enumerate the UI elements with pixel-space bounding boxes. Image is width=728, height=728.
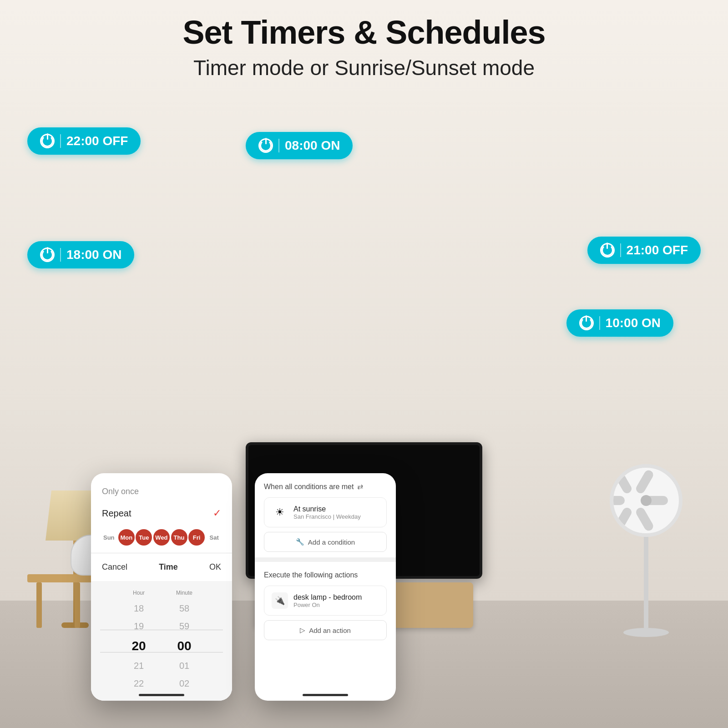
add-condition-label: Add a condition <box>308 538 355 546</box>
days-row: SunMonTueWedThuFriSat <box>91 525 232 553</box>
table-leg <box>75 582 80 628</box>
check-icon: ✓ <box>213 507 221 519</box>
divider <box>620 243 621 257</box>
badge-label: 08:00 ON <box>285 138 340 153</box>
time-picker-title: Time <box>159 562 178 572</box>
day-thu[interactable]: Thu <box>171 529 187 546</box>
condition-text: At sunrise San Francisco | Weekday <box>293 505 379 520</box>
fan-head <box>610 464 682 537</box>
hour-item: 21 <box>116 657 162 675</box>
timer-phone: Only once Repeat ✓ SunMonTueWedThuFriSat… <box>91 473 232 701</box>
action-sub: Power On <box>293 602 379 608</box>
power-icon <box>40 134 55 148</box>
fan-blade <box>634 469 655 495</box>
fan-blade <box>612 506 633 532</box>
day-sat[interactable]: Sat <box>206 529 222 546</box>
minute-item: 01 <box>162 657 207 675</box>
day-sun[interactable]: Sun <box>101 529 117 546</box>
badge-label: 10:00 ON <box>606 316 661 330</box>
day-fri[interactable]: Fri <box>188 529 205 546</box>
time-picker-scroll: Hour 18 19 20 21 22 Minute 58 59 00 01 0… <box>91 581 232 701</box>
action-text: desk lamp - bedroom Power On <box>293 593 379 608</box>
divider <box>60 248 61 262</box>
table-leg <box>36 582 42 628</box>
hour-label: Hour <box>133 590 145 596</box>
hour-item: 22 <box>116 675 162 693</box>
fan-blade <box>612 469 633 495</box>
minute-item: 59 <box>162 617 207 635</box>
divider <box>60 134 61 148</box>
hour-item-active: 20 <box>116 635 162 657</box>
badge-label: 22:00 OFF <box>66 134 128 148</box>
divider <box>599 316 600 330</box>
condition-card: ☀ At sunrise San Francisco | Weekday <box>264 497 387 527</box>
badge-label: 21:00 OFF <box>627 243 688 258</box>
badge-21-off: 21:00 OFF <box>587 237 701 264</box>
fan-base <box>623 628 669 637</box>
home-bar <box>139 694 184 696</box>
badge-22-off: 22:00 OFF <box>27 127 141 155</box>
badge-08-on: 08:00 ON <box>246 132 353 159</box>
automation-phone: When all conditions are met ⇄ ☀ At sunri… <box>255 473 396 701</box>
power-icon <box>600 243 615 258</box>
divider <box>278 139 279 152</box>
add-action-icon: ▷ <box>300 626 305 634</box>
home-bar <box>303 694 348 696</box>
condition-sub: San Francisco | Weekday <box>293 513 379 520</box>
time-picker-header: Cancel Time OK <box>91 553 232 581</box>
only-once-label: Only once <box>91 473 232 502</box>
device-icon: 🔌 <box>272 592 288 609</box>
conditions-header: When all conditions are met ⇄ <box>264 482 387 491</box>
badge-label: 18:00 ON <box>66 248 121 262</box>
cancel-button[interactable]: Cancel <box>102 562 127 572</box>
repeat-label: Repeat <box>102 508 131 519</box>
page-subtitle: Timer mode or Sunrise/Sunset mode <box>0 56 728 80</box>
add-condition-icon: 🔧 <box>296 538 304 546</box>
minute-item-active: 00 <box>162 635 207 657</box>
repeat-row: Repeat ✓ <box>91 502 232 525</box>
badge-10-on: 10:00 ON <box>566 309 673 337</box>
timer-phone-content: Only once Repeat ✓ SunMonTueWedThuFriSat… <box>91 473 232 701</box>
fan-pole <box>644 537 648 628</box>
minute-item: 58 <box>162 600 207 617</box>
fan <box>610 464 682 637</box>
actions-header: Execute the following actions <box>264 571 387 579</box>
action-card: 🔌 desk lamp - bedroom Power On <box>264 586 387 616</box>
condition-main: At sunrise <box>293 505 379 513</box>
actions-section: Execute the following actions 🔌 desk lam… <box>255 562 396 646</box>
badge-18-on: 18:00 ON <box>27 241 134 268</box>
power-icon <box>40 248 55 262</box>
sunrise-icon: ☀ <box>272 504 288 521</box>
hour-column: Hour 18 19 20 21 22 <box>116 590 162 693</box>
action-main: desk lamp - bedroom <box>293 593 379 602</box>
page-title: Set Timers & Schedules <box>0 14 728 51</box>
time-picker-section: Cancel Time OK Hour 18 19 20 21 22 Minut… <box>91 553 232 701</box>
shuffle-icon: ⇄ <box>357 482 363 491</box>
conditions-section: When all conditions are met ⇄ ☀ At sunri… <box>255 473 396 557</box>
minute-label: Minute <box>176 590 192 596</box>
hour-item: 18 <box>116 600 162 617</box>
automation-phone-content: When all conditions are met ⇄ ☀ At sunri… <box>255 473 396 701</box>
fan-blade <box>634 506 655 532</box>
power-icon <box>258 138 273 153</box>
page-header: Set Timers & Schedules Timer mode or Sun… <box>0 14 728 80</box>
power-icon <box>579 316 594 330</box>
minute-item: 02 <box>162 675 207 693</box>
add-condition-button[interactable]: 🔧 Add a condition <box>264 532 387 552</box>
add-action-button[interactable]: ▷ Add an action <box>264 620 387 640</box>
minute-column: Minute 58 59 00 01 02 <box>162 590 207 693</box>
fan-center <box>641 495 652 506</box>
add-action-label: Add an action <box>309 627 351 634</box>
section-divider <box>255 557 396 562</box>
day-tue[interactable]: Tue <box>136 529 152 546</box>
fan-blade <box>610 496 625 505</box>
hour-item: 19 <box>116 617 162 635</box>
ok-button[interactable]: OK <box>209 562 221 572</box>
day-wed[interactable]: Wed <box>153 529 170 546</box>
day-mon[interactable]: Mon <box>118 529 135 546</box>
